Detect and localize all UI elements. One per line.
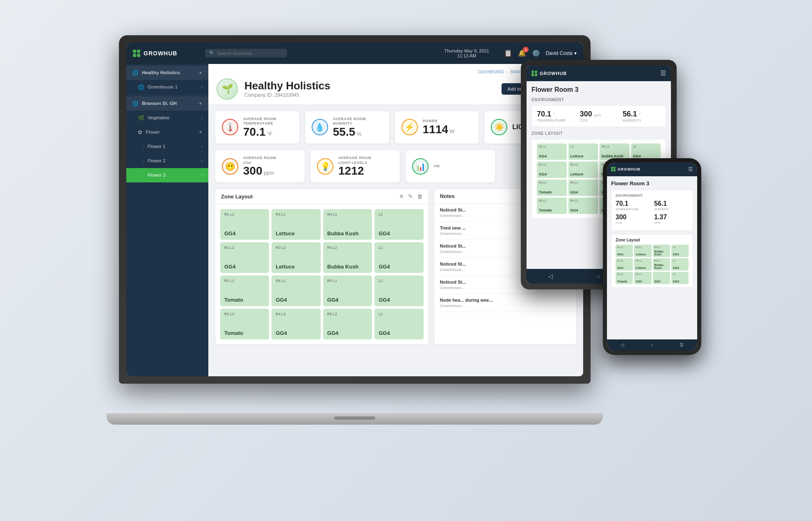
company-logo: 🌱 — [217, 78, 238, 100]
zone-cell-plant: GG4 — [379, 297, 419, 303]
note-sub: Greenhouse... — [440, 303, 570, 308]
zone-cell-id: R3 L1 — [276, 212, 316, 216]
zone-cell-id: R4 L2 — [327, 246, 368, 250]
phone-zone-cell: L1GG4 — [671, 258, 689, 271]
tablet-cell-plant: Bubba Kush — [602, 154, 627, 158]
tablet-zone-cell: R2 L1Tomato — [537, 180, 567, 196]
zone-cell: R4 L2GG4 — [271, 309, 320, 339]
phone-zone-cell: R3 L2Lettuce — [634, 258, 651, 271]
sidebar-item-label: Healthy Holistics — [142, 70, 195, 75]
delete-icon[interactable]: 🗑 — [417, 193, 423, 200]
power-value: 1114 — [423, 123, 448, 136]
sidebar-item-flower2[interactable]: · Flower 2 › — [126, 154, 208, 168]
phone-cell-plant: GG4 — [617, 266, 631, 269]
search-input[interactable] — [217, 51, 283, 56]
sidebar-item-label: Flower — [146, 130, 195, 134]
chevron-icon: › — [201, 144, 203, 149]
tablet-logo-area: GROWHUB — [531, 71, 567, 76]
tablet-home-btn[interactable]: ○ — [597, 273, 600, 280]
tablet-cell-id: R1 L1 — [539, 145, 565, 148]
stat-card-am: 📊 AM — [405, 150, 495, 183]
close-icon[interactable]: ✕ — [399, 193, 404, 200]
notification-badge: 3 — [523, 47, 529, 52]
tablet-cell-id: R2 L2 — [539, 199, 565, 202]
tablet-co2: 300 ppm CO2 — [580, 110, 618, 123]
zone-cell-id: R4 L1 — [327, 212, 368, 216]
edit-icon[interactable]: ✎ — [408, 193, 413, 200]
humidity-unit: % — [357, 131, 362, 137]
search-box[interactable]: 🔍 — [205, 49, 287, 57]
zone-cell-plant: Lettuce — [276, 264, 316, 270]
phone-recent-btn[interactable]: ☰ — [680, 342, 684, 348]
phone-home-btn[interactable]: ○ — [650, 343, 653, 348]
phone-cell-plant: GG4 — [673, 280, 687, 283]
zone-cell: R4 L2Bubba Kush — [323, 242, 372, 273]
tablet-temp-value: 70.1 ° — [537, 110, 575, 118]
tablet-cell-id: R2 L1 — [539, 181, 565, 184]
main-layout: 🌐 Healthy Holistics ▼ 🌐 Greenhouse 1 › — [126, 64, 583, 376]
sidebar-item-branson[interactable]: 🌐 Branson St. GH ▼ — [126, 96, 208, 111]
sidebar-item-flower[interactable]: ✿ Flower ▼ — [126, 125, 208, 139]
notification-icon-btn[interactable]: 🔔 3 — [518, 49, 526, 57]
phone-co2: 300 CO2 — [616, 214, 650, 225]
sidebar-item-healthy-holistics[interactable]: 🌐 Healthy Holistics ▼ — [126, 66, 208, 80]
tablet-cell-plant: GG4 — [539, 172, 565, 176]
zone-cell: L2GG4 — [374, 209, 423, 240]
nav-icons: 📋 🔔 3 ⚙️ David Costa ▾ — [504, 49, 577, 57]
sidebar-item-flower3[interactable]: · Flower 3 › — [126, 168, 208, 182]
sidebar-item-flower1[interactable]: · Flower 1 › — [126, 139, 208, 154]
header-left: 🌱 Healthy Holistics Company ID: 29410394… — [217, 78, 331, 100]
light-levels-value-row: 1212 — [338, 165, 393, 177]
tablet-cell-plant: Lettuce — [570, 154, 596, 158]
leaf-icon: 🌿 — [138, 115, 144, 121]
phone-cell-plant: GG4 — [617, 253, 631, 256]
phone-cell-id: L2 — [673, 273, 687, 275]
tablet-temp-label: TEMPERATURE — [537, 118, 575, 123]
globe-icon: 🌐 — [132, 70, 139, 76]
laptop-base — [107, 413, 603, 425]
globe-icon: 🌐 — [138, 84, 144, 90]
co2-icon: 😶 — [222, 158, 238, 175]
phone-back-btn[interactable]: ◁ — [620, 342, 624, 348]
zone-cell-plant: GG4 — [379, 230, 419, 237]
phone-device: GROWHUB ☰ Flower Room 3 Environment 70.1… — [603, 158, 701, 355]
phone-vpd-value: 1.37 — [654, 214, 689, 221]
phone-menu-icon[interactable]: ☰ — [688, 166, 693, 172]
sidebar-item-vegetative[interactable]: 🌿 Vegetative › — [126, 111, 208, 125]
zone-cell-id: L2 — [379, 279, 419, 283]
tablet-env-card: 70.1 ° TEMPERATURE 300 ppm CO2 — [531, 105, 666, 127]
dot-icon: · — [143, 172, 144, 178]
breadcrumb-dashboard[interactable]: DASHBOARD — [478, 70, 504, 74]
power-label-group: POWER 1114 W — [423, 119, 472, 135]
zone-cell-id: R2 L2 — [224, 312, 265, 316]
search-icon: 🔍 — [209, 50, 215, 56]
tablet-menu-icon[interactable]: ☰ — [660, 69, 666, 77]
laptop-screen: GROWHUB 🔍 Thursday May 9, 2021 11:13 AM — [126, 43, 583, 376]
tablet-cell-id: R4 L1 — [602, 145, 627, 148]
zone-cell-plant: GG4 — [224, 264, 265, 270]
company-name: Healthy Holistics — [244, 80, 331, 92]
tablet-zone-cell: R4 L2GG4 — [568, 198, 598, 214]
sidebar-item-greenhouse1[interactable]: 🌐 Greenhouse 1 › — [126, 80, 208, 94]
phone-vpd: 1.37 VPD — [654, 214, 689, 225]
phone-co2-label: CO2 — [616, 221, 650, 225]
phone-zone-cell: GG4 — [653, 272, 670, 284]
zone-cell-id: R5 L1 — [327, 279, 368, 283]
zone-cell-id: R2 L1 — [224, 279, 265, 283]
phone-cell-plant: Lettuce — [636, 253, 650, 256]
tablet-back-btn[interactable]: ◁ — [548, 273, 553, 280]
phone-zone-cell: R4 L1Bubba Kush — [653, 245, 670, 257]
tablet-logo-icon — [531, 71, 537, 76]
phone-body: GROWHUB ☰ Flower Room 3 Environment 70.1… — [603, 158, 701, 355]
phone-cell-plant: Bubba Kush — [655, 250, 668, 256]
zone-cell-plant: GG4 — [276, 297, 316, 303]
phone-zone-cell: L2GG4 — [671, 272, 689, 284]
chevron-icon: › — [201, 173, 203, 177]
tablet-co2-value: 300 ppm — [580, 110, 618, 118]
user-menu-btn[interactable]: David Costa ▾ — [546, 50, 577, 56]
note-item[interactable]: Node hea... during wee...Greenhouse... — [434, 294, 576, 312]
settings-icon-btn[interactable]: ⚙️ — [532, 49, 540, 57]
clipboard-icon-btn[interactable]: 📋 — [504, 49, 512, 57]
phone-cell-id: R3 L2 — [636, 259, 650, 262]
tablet-nav: GROWHUB ☰ — [527, 66, 671, 81]
